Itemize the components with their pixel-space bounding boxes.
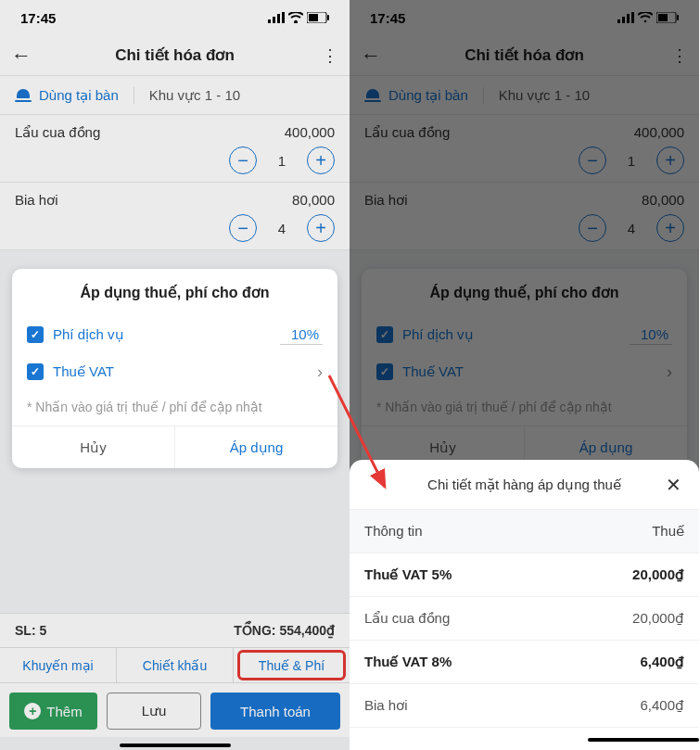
chevron-right-icon: › bbox=[667, 362, 672, 382]
qty-value: 4 bbox=[275, 221, 288, 236]
bottom-bar: SL: 5 TỔNG: 554,400₫ Khuyến mại Chiết kh… bbox=[0, 613, 350, 737]
dine-mode[interactable]: Dùng tại bàn bbox=[364, 87, 484, 104]
status-bar: 17:45 bbox=[350, 0, 699, 35]
qty-plus-button[interactable]: + bbox=[307, 146, 335, 174]
dine-mode[interactable]: Dùng tại bàn bbox=[15, 87, 134, 104]
svg-rect-11 bbox=[631, 12, 634, 23]
sheet-row: Thuế VAT 5% 20,000₫ bbox=[350, 553, 699, 597]
item-price: 80,000 bbox=[292, 192, 335, 209]
tab-promo[interactable]: Khuyến mại bbox=[0, 648, 117, 682]
order-item: Lẩu cua đồng 400,000 − 1 + bbox=[0, 115, 350, 183]
back-icon[interactable]: ← bbox=[11, 44, 33, 68]
item-price: 400,000 bbox=[285, 124, 335, 141]
qty-value: 1 bbox=[625, 153, 638, 169]
status-time: 17:45 bbox=[20, 10, 56, 26]
close-icon[interactable]: ✕ bbox=[662, 474, 684, 496]
sheet-label: Thuế VAT 5% bbox=[364, 566, 452, 583]
status-icons bbox=[617, 12, 679, 23]
checkbox-vat[interactable]: ✓ bbox=[27, 363, 44, 380]
order-item: Bia hơi 80,000 − 4 + bbox=[0, 183, 350, 250]
checkbox-vat[interactable]: ✓ bbox=[376, 363, 393, 380]
location-label[interactable]: Khu vực 1 - 10 bbox=[134, 87, 240, 104]
sheet-label: Thuế VAT 8% bbox=[364, 654, 452, 670]
sheet-row: Lẩu cua đồng 20,000₫ bbox=[350, 597, 699, 641]
sheet-value: 20,000₫ bbox=[632, 610, 684, 627]
svg-rect-9 bbox=[622, 17, 625, 23]
qty-minus-button[interactable]: − bbox=[579, 214, 606, 242]
vat-label: Thuế VAT bbox=[402, 363, 667, 380]
subheader: Dùng tại bàn Khu vực 1 - 10 bbox=[0, 76, 350, 115]
qty-minus-button[interactable]: − bbox=[229, 146, 257, 174]
phone-right: 17:45 ← Chi tiết hóa đơn ⋮ Dùng tại bàn … bbox=[350, 0, 699, 750]
tab-discount[interactable]: Chiết khấu bbox=[117, 648, 234, 682]
item-name: Bia hơi bbox=[15, 192, 58, 209]
dine-mode-label: Dùng tại bàn bbox=[388, 87, 468, 104]
col-info: Thông tin bbox=[364, 523, 423, 540]
qty-plus-button[interactable]: + bbox=[656, 146, 684, 174]
item-name: Bia hơi bbox=[364, 192, 408, 209]
qty-plus-button[interactable]: + bbox=[307, 214, 335, 242]
add-button[interactable]: + Thêm bbox=[9, 693, 97, 730]
more-icon[interactable]: ⋮ bbox=[666, 45, 688, 66]
cloche-icon bbox=[364, 89, 381, 102]
svg-rect-2 bbox=[277, 14, 280, 23]
svg-rect-15 bbox=[677, 15, 679, 20]
sheet-row: Thuế VAT 8% 6,400₫ bbox=[350, 641, 699, 684]
sheet-label: Bia hơi bbox=[364, 697, 408, 714]
qty-minus-button[interactable]: − bbox=[229, 214, 257, 242]
apply-button[interactable]: Áp dụng bbox=[175, 426, 337, 468]
tab-tax-fee[interactable]: Thuế & Phí bbox=[234, 648, 350, 682]
app-header: ← Chi tiết hóa đơn ⋮ bbox=[0, 35, 350, 76]
modal-hint: * Nhấn vào giá trị thuế / phí để cập nhậ… bbox=[376, 400, 672, 414]
summary-qty: SL: 5 bbox=[15, 623, 46, 638]
app-header: ← Chi tiết hóa đơn ⋮ bbox=[350, 35, 699, 76]
service-fee-label: Phí dịch vụ bbox=[402, 326, 630, 343]
service-fee-row: ✓ Phí dịch vụ 10% bbox=[27, 316, 323, 353]
vat-label: Thuế VAT bbox=[53, 363, 317, 380]
svg-rect-3 bbox=[282, 12, 285, 23]
status-bar: 17:45 bbox=[0, 0, 350, 35]
qty-value: 1 bbox=[275, 153, 288, 169]
modal-title: Áp dụng thuế, phí cho đơn bbox=[376, 284, 672, 301]
phone-left: 17:45 ← Chi tiết hóa đơn ⋮ Dùng tại bàn … bbox=[0, 0, 350, 750]
checkbox-service-fee[interactable]: ✓ bbox=[27, 326, 44, 343]
svg-rect-7 bbox=[327, 15, 329, 20]
order-item: Lẩu cua đồng 400,000 − 1 + bbox=[350, 115, 699, 183]
back-icon[interactable]: ← bbox=[361, 44, 383, 68]
service-fee-value[interactable]: 10% bbox=[630, 324, 672, 345]
svg-point-12 bbox=[644, 20, 647, 23]
checkbox-service-fee[interactable]: ✓ bbox=[376, 326, 393, 343]
qty-minus-button[interactable]: − bbox=[579, 146, 606, 174]
pay-button[interactable]: Thanh toán bbox=[210, 693, 340, 730]
svg-point-4 bbox=[295, 20, 298, 23]
sheet-label: Lẩu cua đồng bbox=[364, 610, 450, 627]
vat-detail-sheet: Chi tiết mặt hàng áp dụng thuế ✕ Thông t… bbox=[350, 460, 699, 750]
location-label[interactable]: Khu vực 1 - 10 bbox=[484, 87, 590, 104]
cancel-button[interactable]: Hủy bbox=[12, 426, 175, 468]
col-tax: Thuế bbox=[652, 523, 684, 540]
vat-row[interactable]: ✓ Thuế VAT › bbox=[27, 353, 323, 390]
tax-fee-modal: Áp dụng thuế, phí cho đơn ✓ Phí dịch vụ … bbox=[12, 269, 337, 468]
chevron-right-icon: › bbox=[317, 362, 323, 382]
add-label: Thêm bbox=[46, 704, 82, 719]
page-title: Chi tiết hóa đơn bbox=[383, 45, 666, 65]
item-price: 80,000 bbox=[642, 192, 684, 209]
svg-rect-8 bbox=[617, 19, 620, 23]
cloche-icon bbox=[15, 89, 32, 102]
status-icons bbox=[268, 12, 329, 23]
more-icon[interactable]: ⋮ bbox=[316, 45, 338, 66]
subheader: Dùng tại bàn Khu vực 1 - 10 bbox=[350, 76, 699, 115]
service-fee-value[interactable]: 10% bbox=[280, 324, 323, 345]
plus-icon: + bbox=[24, 703, 41, 719]
dine-mode-label: Dùng tại bàn bbox=[39, 87, 119, 104]
item-name: Lẩu cua đồng bbox=[15, 124, 100, 141]
svg-rect-0 bbox=[268, 19, 271, 23]
page-title: Chi tiết hóa đơn bbox=[33, 45, 316, 65]
sheet-value: 6,400₫ bbox=[640, 654, 684, 670]
qty-value: 4 bbox=[625, 221, 638, 236]
save-button[interactable]: Lưu bbox=[107, 693, 201, 730]
home-indicator bbox=[588, 738, 699, 742]
qty-plus-button[interactable]: + bbox=[656, 214, 684, 242]
svg-rect-14 bbox=[658, 14, 668, 21]
modal-title: Áp dụng thuế, phí cho đơn bbox=[27, 284, 323, 301]
